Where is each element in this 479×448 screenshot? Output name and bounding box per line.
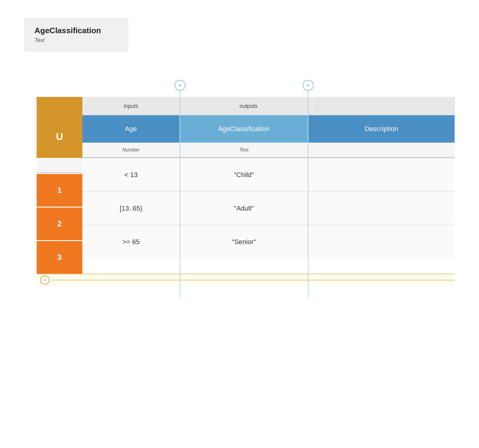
group-header-outputs: outputs xyxy=(180,97,317,115)
type-cell-age: Number xyxy=(82,143,180,157)
type-row: Number Text xyxy=(82,143,455,158)
col-header-row: Age AgeClassification Description xyxy=(82,115,455,143)
add-row-button[interactable]: + xyxy=(40,276,49,285)
header-subtitle: Text xyxy=(34,37,118,44)
data-cell-row2-description[interactable] xyxy=(308,192,455,225)
group-header-inputs: inputs xyxy=(82,97,180,115)
decision-table: U 1 2 3 inputs xyxy=(37,97,455,274)
data-cell-row1-age[interactable]: < 13 xyxy=(82,158,180,191)
group-header-row: inputs outputs xyxy=(82,97,455,115)
type-cell-age-classification: Text xyxy=(180,143,308,157)
row-num-group-header xyxy=(37,97,82,115)
col-header-description: Description xyxy=(308,115,455,143)
data-row-1: < 13 "Child" xyxy=(82,158,455,191)
data-cell-row1-age-classification[interactable]: "Child" xyxy=(180,158,308,191)
row-num-col-header: U xyxy=(37,115,82,158)
group-header-outputs-ext xyxy=(317,97,455,115)
row-num-cell-2: 2 xyxy=(37,207,82,240)
add-row-bar: + xyxy=(37,274,455,286)
bottom-bar-line xyxy=(51,280,455,280)
row-num-column: U 1 2 3 xyxy=(37,97,82,274)
data-cell-row1-description[interactable] xyxy=(308,158,455,191)
data-cell-row2-age[interactable]: [13..65) xyxy=(82,192,180,225)
type-cell-description xyxy=(308,143,455,157)
col-header-age-classification: AgeClassification xyxy=(180,115,308,143)
row-num-cell-1: 1 xyxy=(37,173,82,207)
header-title: AgeClassification xyxy=(34,26,118,35)
col-header-age: Age xyxy=(82,115,180,143)
data-cell-row2-age-classification[interactable]: "Adult" xyxy=(180,192,308,225)
content-columns: inputs outputs Age AgeClassification xyxy=(82,97,455,274)
data-cell-row3-age-classification[interactable]: "Senior" xyxy=(180,225,308,258)
data-cell-row3-age[interactable]: >= 65 xyxy=(82,225,180,258)
table-wrapper: + + U xyxy=(37,76,455,286)
data-row-3: >= 65 "Senior" xyxy=(82,225,455,258)
data-row-2: [13..65) "Adult" xyxy=(82,191,455,225)
data-cell-row3-description[interactable] xyxy=(308,225,455,258)
row-num-cell-3: 3 xyxy=(37,240,82,274)
add-output-col-button[interactable]: + xyxy=(303,80,314,91)
header-card: AgeClassification Text xyxy=(24,18,128,51)
add-input-col-button[interactable]: + xyxy=(175,80,185,91)
row-num-type-spacer xyxy=(37,158,82,173)
